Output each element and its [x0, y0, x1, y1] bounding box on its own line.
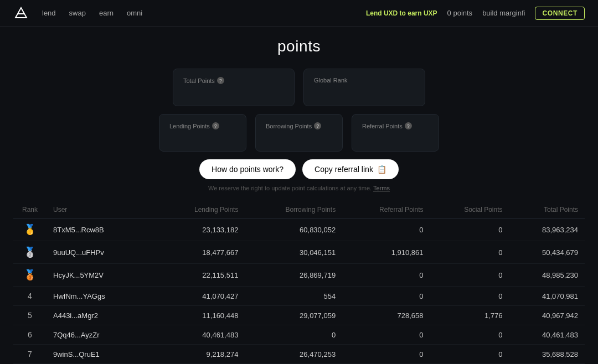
nav-lend[interactable]: lend	[42, 9, 56, 17]
cell-lending: 40,461,483	[157, 325, 245, 345]
cell-referral: 0	[342, 345, 430, 364]
total-points-card: Total Points ?	[173, 69, 295, 106]
cell-borrowing: 0	[245, 325, 342, 345]
cell-user: HwfNm...YAGgs	[47, 287, 157, 306]
table-row: 4HwfNm...YAGgs41,070,4275540041,070,981	[13, 287, 585, 306]
stats-row-2: Lending Points ? Borrowing Points ? Refe…	[13, 114, 585, 152]
nav-swap[interactable]: swap	[69, 9, 86, 17]
points-badge: 0 points	[447, 9, 473, 17]
cell-borrowing: 554	[245, 287, 342, 306]
lending-points-info-icon[interactable]: ?	[212, 122, 219, 129]
lending-points-card: Lending Points ?	[159, 114, 246, 152]
leaderboard-table-container: Rank User Lending Points Borrowing Point…	[13, 201, 585, 364]
cell-user: A443i...aMgr2	[47, 306, 157, 325]
rank-medal: 🥈	[24, 247, 36, 258]
table-row: 5A443i...aMgr211,160,44829,077,059728,65…	[13, 306, 585, 325]
page-title: points	[13, 38, 585, 55]
cell-social: 0	[430, 219, 509, 241]
cell-total: 40,967,942	[509, 306, 585, 325]
main-nav: lend swap earn omni	[42, 9, 142, 17]
how-points-button[interactable]: How do points work?	[199, 159, 296, 179]
cell-lending: 41,070,427	[157, 287, 245, 306]
table-row: 🥈9uuUQ...uFHPv18,477,66730,046,1511,910,…	[13, 241, 585, 264]
build-marginfi-link[interactable]: build marginfi	[482, 9, 525, 17]
table-row: 🥇8TxM5...Rcw8B23,133,18260,830,0520083,9…	[13, 219, 585, 241]
cell-total: 41,070,981	[509, 287, 585, 306]
cell-rank: 6	[13, 325, 47, 345]
cell-borrowing: 60,830,052	[245, 219, 342, 241]
action-row: How do points work? Copy referral link 📋	[13, 159, 585, 179]
cell-lending: 9,218,274	[157, 345, 245, 364]
table-row: 79winS...QruE19,218,27426,470,2530035,68…	[13, 345, 585, 364]
header: lend swap earn omni Lend UXD to earn UXP…	[0, 0, 598, 27]
col-borrowing: Borrowing Points	[245, 201, 342, 219]
cell-lending: 11,160,448	[157, 306, 245, 325]
cell-social: 1,776	[430, 306, 509, 325]
terms-link[interactable]: Terms	[373, 185, 390, 191]
cell-total: 50,434,679	[509, 241, 585, 264]
cell-referral: 0	[342, 287, 430, 306]
cell-social: 0	[430, 264, 509, 287]
cell-total: 83,963,234	[509, 219, 585, 241]
stats-row-1: Total Points ? Global Rank	[13, 69, 585, 106]
connect-button[interactable]: CONNECT	[535, 7, 585, 20]
cell-rank: 🥇	[13, 219, 47, 241]
cell-total: 40,461,483	[509, 325, 585, 345]
cell-referral: 0	[342, 219, 430, 241]
leaderboard-table: Rank User Lending Points Borrowing Point…	[13, 201, 585, 364]
global-rank-card: Global Rank	[303, 69, 425, 106]
referral-points-info-icon[interactable]: ?	[405, 122, 412, 129]
copy-referral-button[interactable]: Copy referral link 📋	[302, 159, 399, 179]
lend-uxd-link[interactable]: Lend UXD to earn UXP	[366, 9, 437, 17]
cell-social: 0	[430, 241, 509, 264]
cell-rank: 4	[13, 287, 47, 306]
copy-icon: 📋	[377, 165, 386, 174]
cell-user: 8TxM5...Rcw8B	[47, 219, 157, 241]
logo	[13, 6, 29, 21]
col-user: User	[47, 201, 157, 219]
cell-referral: 0	[342, 264, 430, 287]
referral-points-label: Referral Points ?	[362, 122, 429, 129]
cell-referral: 728,658	[342, 306, 430, 325]
disclaimer: We reserve the right to update point cal…	[13, 185, 585, 191]
cell-referral: 0	[342, 325, 430, 345]
cell-borrowing: 26,869,719	[245, 264, 342, 287]
cell-rank: 🥉	[13, 264, 47, 287]
nav-omni[interactable]: omni	[127, 9, 142, 17]
cell-referral: 1,910,861	[342, 241, 430, 264]
cell-rank: 5	[13, 306, 47, 325]
nav-earn[interactable]: earn	[99, 9, 114, 17]
lending-points-label: Lending Points ?	[169, 122, 236, 129]
cell-rank: 7	[13, 345, 47, 364]
cell-rank: 🥈	[13, 241, 47, 264]
rank-medal: 🥉	[24, 269, 36, 280]
borrowing-points-card: Borrowing Points ?	[255, 114, 343, 152]
cell-lending: 23,133,182	[157, 219, 245, 241]
col-social: Social Points	[430, 201, 509, 219]
col-referral: Referral Points	[342, 201, 430, 219]
cell-borrowing: 26,470,253	[245, 345, 342, 364]
cell-social: 0	[430, 325, 509, 345]
cell-user: 9uuUQ...uFHPv	[47, 241, 157, 264]
total-points-info-icon[interactable]: ?	[217, 77, 224, 84]
cell-social: 0	[430, 287, 509, 306]
total-points-label: Total Points ?	[183, 77, 284, 84]
rank-medal: 🥇	[24, 224, 36, 235]
cell-lending: 22,115,511	[157, 264, 245, 287]
cell-user: 9winS...QruE1	[47, 345, 157, 364]
referral-points-card: Referral Points ?	[352, 114, 439, 152]
cell-user: 7Qq46...AyzZr	[47, 325, 157, 345]
copy-referral-label: Copy referral link	[315, 165, 373, 174]
col-total: Total Points	[509, 201, 585, 219]
global-rank-label: Global Rank	[314, 77, 415, 84]
table-row: 🥉HcyJK...5YM2V22,115,51126,869,7190048,9…	[13, 264, 585, 287]
table-row: 67Qq46...AyzZr40,461,48300040,461,483	[13, 325, 585, 345]
cell-borrowing: 29,077,059	[245, 306, 342, 325]
cell-user: HcyJK...5YM2V	[47, 264, 157, 287]
borrowing-points-info-icon[interactable]: ?	[314, 122, 321, 129]
cell-total: 48,985,230	[509, 264, 585, 287]
col-rank: Rank	[13, 201, 47, 219]
cell-borrowing: 30,046,151	[245, 241, 342, 264]
lend-uxd-text: Lend UXD to earn UXP	[366, 9, 437, 17]
main-content: points Total Points ? Global Rank Lendin…	[0, 27, 598, 364]
